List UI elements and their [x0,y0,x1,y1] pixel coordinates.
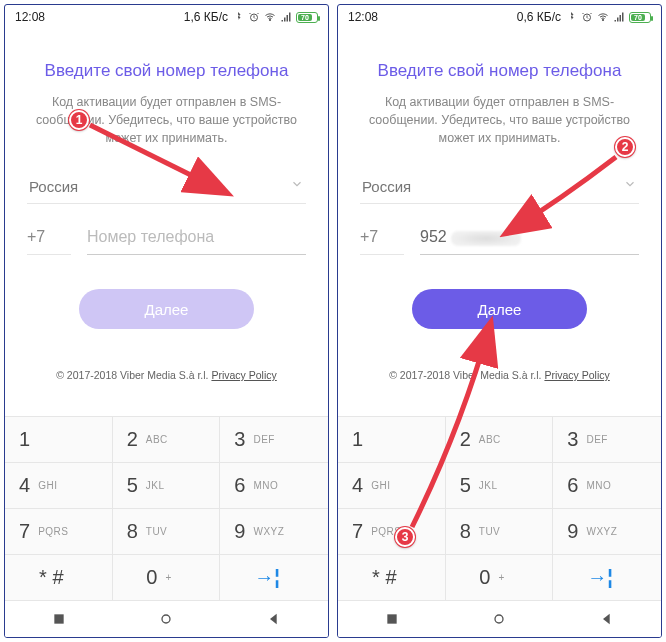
next-button-label: Далее [478,301,522,318]
keypad-9[interactable]: 9 WXYZ [553,509,661,555]
keypad-3[interactable]: 3 DEF [553,417,661,463]
svg-point-3 [162,615,170,623]
numeric-keypad: 1 2 ABC 3 DEF 4 GHI [5,416,328,601]
keypad-sub: PQRS [38,526,68,537]
keypad-digit: 0 [146,566,157,589]
screen-1: 12:08 1,6 КБ/с 70 Введите свой номер тел… [4,4,329,638]
status-bar: 12:08 0,6 КБ/с 70 [338,5,661,29]
legal-text: © 2017-2018 Viber Media S.à r.l. Privacy… [360,369,639,381]
next-button-label: Далее [145,301,189,318]
keypad-sub: MNO [253,480,278,491]
enter-icon: →¦ [587,566,613,589]
keypad-1[interactable]: 1 [5,417,113,463]
keypad-sym[interactable]: * # [338,555,446,601]
keypad-digit: 1 [19,428,30,451]
wifi-icon [264,11,276,23]
privacy-policy-link[interactable]: Privacy Policy [211,369,276,381]
bluetooth-icon [232,11,244,23]
country-label: Россия [29,178,78,195]
keypad-sub: TUV [146,526,168,537]
keypad-sub: ABC [479,434,501,445]
keypad-digit: 4 [352,474,363,497]
keypad-digit: 9 [234,520,245,543]
keypad-digit: 2 [460,428,471,451]
keypad-5[interactable]: 5 JKL [113,463,221,509]
nav-home-icon[interactable] [491,611,507,627]
nav-back-icon[interactable] [599,611,615,627]
svg-point-7 [495,615,503,623]
keypad-sym[interactable]: * # [5,555,113,601]
battery-icon: 70 [296,12,318,23]
keypad-3[interactable]: 3 DEF [220,417,328,463]
next-button: Далее [79,289,254,329]
keypad-1[interactable]: 1 [338,417,446,463]
battery-icon: 70 [629,12,651,23]
country-code[interactable]: +7 [27,226,71,255]
keypad-9[interactable]: 9 WXYZ [220,509,328,555]
country-selector[interactable]: Россия [27,171,306,204]
phone-input[interactable]: Номер телефона [87,226,306,255]
keypad-sub: GHI [371,480,390,491]
keypad-sub: WXYZ [253,526,284,537]
annotation-marker-2: 2 [615,137,635,157]
phone-row: +7 952 [360,226,639,261]
keypad-sub: DEF [253,434,275,445]
keypad-6[interactable]: 6 MNO [220,463,328,509]
next-button[interactable]: Далее [412,289,587,329]
battery-level: 70 [298,14,312,21]
keypad-4[interactable]: 4 GHI [338,463,446,509]
status-time: 12:08 [348,10,378,24]
keypad-digit: 6 [567,474,578,497]
status-bar: 12:08 1,6 КБ/с 70 [5,5,328,29]
keypad-go[interactable]: →¦ [553,555,661,601]
keypad-digit: 5 [127,474,138,497]
keypad-digit: * # [372,566,396,589]
keypad-2[interactable]: 2 ABC [446,417,554,463]
phone-input[interactable]: 952 [420,226,639,255]
content-area: Введите свой номер телефона Код активаци… [338,29,661,399]
copyright-text: © 2017-2018 Viber Media S.à r.l. [389,369,544,381]
keypad-digit: 1 [352,428,363,451]
alarm-icon [248,11,260,23]
keypad-7[interactable]: 7 PQRS [338,509,446,555]
android-nav-bar [5,601,328,637]
keypad-digit: 6 [234,474,245,497]
keypad-digit: 3 [234,428,245,451]
keypad-digit: 8 [127,520,138,543]
keypad-4[interactable]: 4 GHI [5,463,113,509]
keypad-digit: * # [39,566,63,589]
country-selector[interactable]: Россия [360,171,639,204]
country-code[interactable]: +7 [360,226,404,255]
signal-icon [280,11,292,23]
nav-recent-icon[interactable] [384,611,400,627]
keypad-digit: 0 [479,566,490,589]
keypad-go[interactable]: →¦ [220,555,328,601]
keypad-digit: 9 [567,520,578,543]
keypad-digit: 2 [127,428,138,451]
enter-icon: →¦ [254,566,280,589]
svg-rect-2 [54,614,63,623]
privacy-policy-link[interactable]: Privacy Policy [544,369,609,381]
keypad-sub: + [165,572,171,583]
keypad-digit: 4 [19,474,30,497]
keypad-2[interactable]: 2 ABC [113,417,221,463]
keypad-0[interactable]: 0 + [113,555,221,601]
keypad-0[interactable]: 0 + [446,555,554,601]
nav-home-icon[interactable] [158,611,174,627]
status-net-speed: 1,6 КБ/с [184,10,228,24]
android-nav-bar [338,601,661,637]
phone-placeholder: Номер телефона [87,228,214,245]
keypad-6[interactable]: 6 MNO [553,463,661,509]
phone-value-redacted [451,231,521,246]
alarm-icon [581,11,593,23]
nav-back-icon[interactable] [266,611,282,627]
nav-recent-icon[interactable] [51,611,67,627]
keypad-7[interactable]: 7 PQRS [5,509,113,555]
keypad-digit: 5 [460,474,471,497]
keypad-8[interactable]: 8 TUV [113,509,221,555]
keypad-8[interactable]: 8 TUV [446,509,554,555]
phone-row: +7 Номер телефона [27,226,306,261]
keypad-5[interactable]: 5 JKL [446,463,554,509]
legal-text: © 2017-2018 Viber Media S.à r.l. Privacy… [27,369,306,381]
page-title: Введите свой номер телефона [360,61,639,81]
